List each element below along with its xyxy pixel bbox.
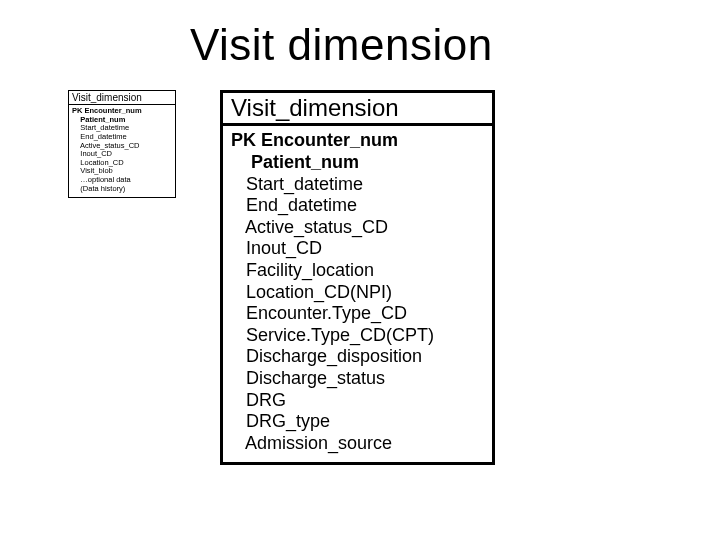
table-row: Active_status_CD <box>231 217 484 239</box>
table-row: Discharge_status <box>231 368 484 390</box>
table-row: Admission_source <box>231 433 484 455</box>
table-row: Facility_location <box>231 260 484 282</box>
table-row: Patient_num <box>231 152 484 174</box>
small-table-body: PK Encounter_num Patient_num Start_datet… <box>69 105 175 197</box>
big-table-name: Visit_dimension <box>223 93 492 126</box>
big-table: Visit_dimension PK Encounter_num Patient… <box>220 90 495 465</box>
table-row: Inout_CD <box>231 238 484 260</box>
small-table: Visit_dimension PK Encounter_num Patient… <box>68 90 176 198</box>
small-table-name: Visit_dimension <box>69 91 175 105</box>
table-row: (Data history) <box>72 185 172 194</box>
page-title: Visit dimension <box>190 20 493 70</box>
table-row: Encounter.Type_CD <box>231 303 484 325</box>
table-row: Service.Type_CD(CPT) <box>231 325 484 347</box>
table-row: End_datetime <box>231 195 484 217</box>
slide: Visit dimension Visit_dimension PK Encou… <box>0 0 720 540</box>
table-row: Start_datetime <box>231 174 484 196</box>
table-row: Location_CD(NPI) <box>231 282 484 304</box>
table-row: DRG <box>231 390 484 412</box>
table-row: Discharge_disposition <box>231 346 484 368</box>
table-row: PK Encounter_num <box>231 130 484 152</box>
big-table-body: PK Encounter_num Patient_num Start_datet… <box>223 126 492 462</box>
table-row: DRG_type <box>231 411 484 433</box>
